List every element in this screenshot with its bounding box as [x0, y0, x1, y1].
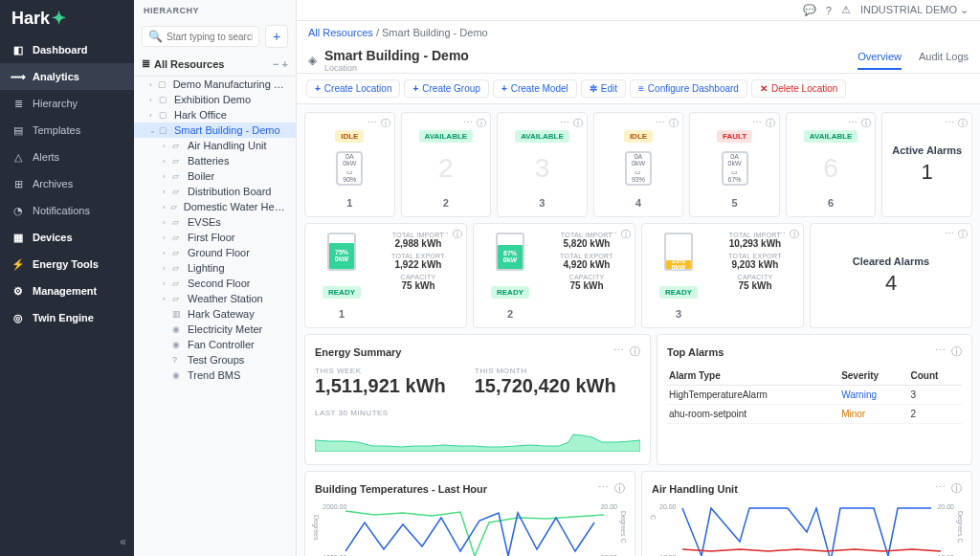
tree-item[interactable]: ›▱Ground Floor	[134, 245, 296, 260]
card-menu-icon[interactable]: ⋯	[439, 228, 449, 241]
tab-audit-logs[interactable]: Audit Logs	[919, 51, 969, 70]
card-menu-icon[interactable]: ⋯	[848, 117, 858, 130]
tree-item[interactable]: ›▱Boiler	[134, 168, 296, 184]
tree-item[interactable]: ›▱Distribution Board	[134, 184, 296, 199]
alarm-row[interactable]: HighTemperatureAlarmWarning3	[667, 386, 962, 405]
card-info-icon[interactable]: ⓘ	[669, 117, 679, 130]
sidebar-item-twin-engine[interactable]: ◎Twin Engine	[0, 304, 134, 331]
status-card[interactable]: ⋯ⓘAVAILABLE33	[497, 112, 588, 217]
add-resource-button[interactable]: +	[265, 25, 288, 48]
sidebar-item-archives[interactable]: ⊞Archives	[0, 170, 134, 197]
action-create-model[interactable]: +Create Model	[493, 79, 577, 98]
chevron-icon[interactable]: ›	[163, 172, 172, 181]
panel-info-icon[interactable]: ⓘ	[951, 481, 962, 496]
status-card[interactable]: ⋯ⓘIDLE0A0kW▭93%4	[593, 112, 684, 217]
sidebar-item-alerts[interactable]: △Alerts	[0, 144, 134, 170]
tree-item[interactable]: ▥Hark Gateway	[134, 306, 296, 322]
tree-item[interactable]: ›▱Lighting	[134, 260, 296, 276]
tree-item[interactable]: ›▱Air Handling Unit	[134, 138, 296, 153]
card-menu-icon[interactable]: ⋯	[368, 117, 377, 130]
status-card[interactable]: ⋯ⓘIDLE0A0kW▭90%1	[304, 112, 395, 217]
chevron-icon[interactable]: ›	[163, 157, 172, 166]
help-icon[interactable]: ?	[826, 5, 832, 16]
card-info-icon[interactable]: ⓘ	[477, 117, 486, 130]
card-info-icon[interactable]: ⓘ	[453, 228, 462, 241]
panel-menu-icon[interactable]: ⋯	[935, 481, 946, 496]
card-menu-icon[interactable]: ⋯	[608, 228, 617, 241]
panel-info-icon[interactable]: ⓘ	[951, 345, 962, 359]
sidebar-item-devices[interactable]: ▦Devices	[0, 224, 134, 251]
breadcrumb-root[interactable]: All Resources	[308, 27, 373, 38]
cleared-alarms-card[interactable]: ⋯ⓘCleared Alarms4	[810, 223, 972, 328]
status-card[interactable]: ⋯ⓘFAULT0A0kW▭67%5	[689, 112, 780, 217]
panel-menu-icon[interactable]: ⋯	[935, 345, 946, 359]
tree-item[interactable]: ›▱Batteries	[134, 153, 296, 168]
alarm-row[interactable]: ahu-room-setpointMinor2	[667, 405, 962, 424]
card-info-icon[interactable]: ⓘ	[790, 228, 799, 241]
chevron-icon[interactable]: ›	[163, 188, 172, 196]
tree-item[interactable]: ›▱Weather Station	[134, 291, 296, 306]
sidebar-item-management[interactable]: ⚙Management	[0, 278, 134, 304]
sidebar-item-energy-tools[interactable]: ⚡Energy Tools	[0, 251, 134, 278]
card-menu-icon[interactable]: ⋯	[945, 228, 954, 241]
card-info-icon[interactable]: ⓘ	[861, 117, 871, 130]
card-menu-icon[interactable]: ⋯	[656, 117, 665, 130]
chevron-icon[interactable]: ›	[149, 80, 158, 89]
battery-card[interactable]: ⋯ⓘ 23%0kW READY 3 TOTAL IMPORT10,293 kWh…	[641, 223, 804, 328]
tree-item[interactable]: ◉Electricity Meter	[134, 322, 296, 337]
chat-icon[interactable]: 💬	[803, 4, 816, 16]
tree-item[interactable]: ›▱First Floor	[134, 230, 296, 245]
action-delete-location[interactable]: ✕Delete Location	[751, 79, 847, 98]
card-info-icon[interactable]: ⓘ	[958, 228, 968, 241]
chevron-icon[interactable]: ›	[149, 96, 159, 104]
battery-card[interactable]: ⋯ⓘ 67%0kW READY 2 TOTAL IMPORT5,820 kWh …	[473, 223, 635, 328]
card-menu-icon[interactable]: ⋯	[752, 117, 762, 130]
sidebar-item-dashboard[interactable]: ◧Dashboard	[0, 36, 134, 63]
chevron-icon[interactable]: ›	[163, 218, 172, 227]
tree-item[interactable]: ⌄▢Smart Building - Demo	[134, 122, 296, 138]
card-menu-icon[interactable]: ⋯	[945, 117, 954, 130]
card-info-icon[interactable]: ⓘ	[381, 117, 390, 130]
tree-item[interactable]: ›▱EVSEs	[134, 214, 296, 230]
sidebar-item-hierarchy[interactable]: ≣Hierarchy	[0, 90, 134, 117]
tree-item[interactable]: ›▢Demo Manufacturing Plant	[134, 77, 296, 92]
sidebar-item-templates[interactable]: ▤Templates	[0, 117, 134, 144]
all-resources-label[interactable]: All Resources	[154, 58, 224, 70]
panel-info-icon[interactable]: ⓘ	[630, 345, 640, 359]
chevron-icon[interactable]: ›	[163, 279, 172, 288]
card-info-icon[interactable]: ⓘ	[958, 117, 968, 130]
tree-item[interactable]: ◉Fan Controller	[134, 337, 296, 352]
sidebar-collapse-button[interactable]: «	[0, 527, 134, 556]
panel-info-icon[interactable]: ⓘ	[614, 481, 625, 496]
card-info-icon[interactable]: ⓘ	[621, 228, 631, 241]
account-selector[interactable]: INDUSTRIAL DEMO ⌄	[860, 4, 969, 16]
status-card[interactable]: ⋯ⓘAVAILABLE22	[401, 112, 492, 217]
tree-item[interactable]: ◉Trend BMS	[134, 367, 296, 383]
card-menu-icon[interactable]: ⋯	[776, 228, 786, 241]
sidebar-item-analytics[interactable]: ⟿Analytics	[0, 63, 134, 90]
battery-card[interactable]: ⋯ⓘ 75%0kW READY 1 TOTAL IMPORT2,988 kWh …	[304, 223, 467, 328]
action-configure-dashboard[interactable]: ≡Configure Dashboard	[630, 79, 747, 98]
sidebar-item-notifications[interactable]: ◔Notifications	[0, 197, 134, 224]
chevron-icon[interactable]: ›	[163, 234, 172, 242]
action-create-group[interactable]: +Create Group	[404, 79, 488, 98]
active-alarms-card[interactable]: ⋯ⓘActive Alarms1	[881, 112, 972, 217]
chevron-icon[interactable]: ›	[163, 249, 172, 257]
tab-overview[interactable]: Overview	[858, 51, 902, 70]
tree-item[interactable]: ›▢Exhibition Demo	[134, 92, 296, 107]
chevron-icon[interactable]: ›	[163, 142, 172, 150]
panel-menu-icon[interactable]: ⋯	[613, 345, 624, 359]
card-menu-icon[interactable]: ⋯	[463, 117, 473, 130]
action-edit[interactable]: ✲Edit	[581, 79, 626, 98]
action-create-location[interactable]: +Create Location	[306, 79, 400, 98]
search-input[interactable]	[167, 32, 253, 42]
chevron-icon[interactable]: ›	[163, 203, 170, 211]
card-menu-icon[interactable]: ⋯	[560, 117, 569, 130]
alert-icon[interactable]: ⚠	[841, 4, 851, 16]
status-card[interactable]: ⋯ⓘAVAILABLE66	[786, 112, 877, 217]
tree-item[interactable]: ›▢Hark Office	[134, 107, 296, 122]
expand-all-button[interactable]: +	[282, 58, 288, 70]
card-info-icon[interactable]: ⓘ	[573, 117, 583, 130]
search-input-wrapper[interactable]: 🔍	[142, 26, 259, 47]
chevron-icon[interactable]: ⌄	[149, 126, 159, 135]
